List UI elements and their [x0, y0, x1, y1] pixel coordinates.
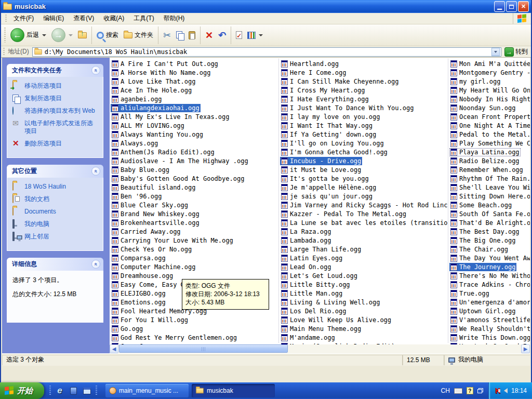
file-item[interactable]: aliulangdexiaohai.ogg — [111, 104, 201, 112]
file-item[interactable]: Ben '96.ogg — [111, 192, 163, 201]
file-item[interactable]: Rhythm Of The Rain.ogg — [449, 175, 530, 183]
file-item[interactable]: A Fire I Can't Put Out.ogg — [111, 60, 219, 68]
scroll-thumb[interactable] — [119, 344, 288, 353]
file-item[interactable]: Brokenheartsville.ogg — [111, 219, 201, 227]
file-item[interactable]: Let's Get Loud.ogg — [280, 272, 358, 280]
back-button[interactable]: ← 后退 — [8, 26, 49, 44]
toolbar-grip[interactable] — [4, 28, 6, 43]
file-item[interactable]: I Can Still Make Cheyenne.ogg — [280, 77, 400, 86]
restore-panel-icon[interactable] — [477, 388, 483, 393]
restore-button[interactable] — [506, 1, 517, 12]
start-button[interactable]: 开始 — [0, 382, 44, 399]
file-item[interactable]: Little Bitty.ogg — [280, 281, 351, 289]
file-item[interactable]: Little Man.ogg — [280, 289, 343, 298]
menu-file[interactable]: 文件(F) — [9, 13, 38, 24]
file-item[interactable]: Write This Down.ogg — [449, 334, 530, 342]
file-item[interactable]: je sais qu'un jour.ogg — [280, 192, 374, 201]
file-item[interactable]: Anthem(Js Radio Edit).ogg — [111, 148, 216, 156]
file-item[interactable]: Baby's Gotten Good At Goodbye.ogg — [111, 175, 245, 183]
file-item[interactable]: That'd Be Alright.ogg — [449, 219, 530, 227]
file-item[interactable]: Brand New Whiskey.ogg — [111, 210, 201, 218]
file-list[interactable]: A Fire I Can't Put Out.oggA Horse With N… — [110, 58, 530, 353]
other-places-header[interactable]: 其它位置 « — [7, 165, 103, 178]
scroll-track[interactable] — [118, 344, 521, 353]
file-item[interactable]: We Really Shouldn't Be D — [449, 325, 530, 333]
file-item[interactable]: The Journey.ogg — [449, 263, 516, 271]
file-item[interactable]: Carried Away.ogg — [111, 228, 182, 236]
publish-web-link[interactable]: 将选择的项目发布到 Web — [12, 107, 99, 115]
file-item[interactable]: Montgomery Gentry - Spee — [449, 69, 530, 77]
collapse-chevron-icon[interactable]: « — [91, 167, 100, 176]
collapse-chevron-icon[interactable]: « — [91, 260, 100, 269]
file-item[interactable]: God Rest Ye Merry Gentlemen.ogg — [111, 334, 238, 342]
file-item[interactable]: A Horse With No Name.ogg — [111, 69, 211, 77]
views-dropdown-icon[interactable] — [259, 34, 263, 36]
file-item[interactable]: I'll go on Loving You.ogg — [280, 139, 385, 148]
file-item[interactable]: Noonday Sun.ogg — [449, 104, 516, 112]
file-item[interactable]: Radio Belize.ogg — [449, 157, 521, 165]
file-item[interactable]: Emotions.ogg — [111, 298, 167, 307]
show-desktop-icon[interactable] — [82, 386, 91, 395]
file-item[interactable]: I Cross My Heart.ogg — [280, 86, 366, 95]
file-item[interactable]: All My Ex's Live In Texas.ogg — [111, 113, 231, 121]
file-item[interactable]: M'andame.ogg — [280, 334, 336, 342]
file-item[interactable]: Large Than Life.ogg — [280, 245, 362, 254]
file-item[interactable]: The Chair.ogg — [449, 245, 509, 254]
file-item[interactable]: Computer Machine.ogg — [111, 263, 197, 271]
file-item[interactable]: The Day You Went Away.og — [449, 254, 530, 262]
delete-button[interactable]: ✕ — [203, 29, 216, 42]
file-item[interactable]: Beautiful island.ogg — [111, 183, 197, 192]
minimize-button[interactable]: ▁ — [494, 1, 505, 12]
file-item[interactable]: Un'emergenza d'amore.ogg — [449, 298, 530, 307]
file-item[interactable]: One Night At A Time.ogg — [449, 122, 530, 130]
place-network[interactable]: 网上邻居 — [12, 233, 99, 241]
move-items-link[interactable]: ➜ 移动所选项目 — [12, 82, 99, 90]
file-item[interactable]: The Big One.ogg — [449, 236, 516, 245]
sync-check-button[interactable] — [233, 30, 245, 41]
menu-view[interactable]: 查看(V) — [69, 13, 99, 24]
delete-items-link[interactable]: ✕ 删除所选项目 — [12, 140, 99, 148]
place-my-documents[interactable]: 我的文档 — [12, 195, 99, 203]
file-item[interactable]: The Best Day.ogg — [449, 228, 521, 236]
file-item[interactable]: Uptown Girl.ogg — [449, 307, 516, 315]
horizontal-scrollbar[interactable]: ◀ ▶ — [110, 344, 530, 353]
file-item[interactable]: my girl.ogg — [449, 77, 501, 86]
cut-button[interactable]: ✂ — [161, 29, 174, 42]
file-item[interactable]: ELEJIGBO.ogg — [111, 289, 167, 298]
help-tray-icon[interactable]: ? — [467, 387, 473, 394]
file-item[interactable]: Always Wanting You.ogg — [111, 130, 204, 139]
file-item[interactable]: Here I Come.ogg — [280, 69, 347, 77]
file-item[interactable]: aganbei.ogg — [111, 95, 163, 103]
file-item[interactable]: I lay my love on you.ogg — [280, 113, 381, 121]
file-item[interactable]: ALL MY LOVING.ogg — [111, 122, 185, 130]
address-input[interactable]: d:\My Documents\18 WoS Haulin\musicbak — [32, 47, 501, 57]
file-item[interactable]: it Must be Love.ogg — [280, 166, 362, 174]
file-item[interactable]: La Raza.ogg — [280, 228, 332, 236]
up-button[interactable]: ↑ — [75, 31, 89, 40]
file-item[interactable]: Audioslave - I Am The Highway .ogg — [111, 157, 249, 165]
menu-edit[interactable]: 编辑(E) — [38, 13, 69, 24]
scroll-left-button[interactable]: ◀ — [110, 344, 118, 353]
details-header[interactable]: 详细信息 « — [7, 258, 103, 271]
file-item[interactable]: I'm Gonna Getcha Good!.ogg — [280, 148, 389, 156]
quicklaunch-grip[interactable] — [49, 385, 51, 396]
go-button[interactable]: → 转到 — [501, 47, 531, 57]
file-item[interactable]: For You I Will.ogg — [111, 316, 189, 324]
file-item[interactable]: She'll Leave You With A — [449, 183, 530, 192]
folders-button[interactable]: 文件夹 — [121, 29, 156, 41]
file-item[interactable]: Lambada.ogg — [280, 236, 332, 245]
file-item[interactable]: Carrying Your Love With Me.ogg — [111, 236, 234, 245]
volume-icon[interactable] — [504, 388, 508, 393]
back-dropdown-icon[interactable] — [42, 34, 46, 36]
file-item[interactable]: There's No Me Without Yo — [449, 272, 530, 280]
file-item[interactable]: Pedal to the Metal.ogg — [449, 130, 530, 139]
file-item[interactable]: Main Menu Theme.ogg — [280, 325, 362, 333]
menu-help[interactable]: 帮助(H) — [159, 13, 190, 24]
file-item[interactable]: Mon Ami M'a Quittée.ogg — [449, 60, 530, 68]
place-18-wos-haulin[interactable]: 18 WoS Haulin — [12, 183, 99, 191]
scroll-right-button[interactable]: ▶ — [521, 344, 530, 353]
file-item[interactable]: Ace In The Hole.ogg — [111, 86, 193, 95]
file-item[interactable]: Check Yes Or No.ogg — [111, 245, 193, 254]
address-dropdown-button[interactable] — [491, 48, 500, 56]
file-item[interactable]: Ocean Front Property.ogg — [449, 113, 530, 121]
